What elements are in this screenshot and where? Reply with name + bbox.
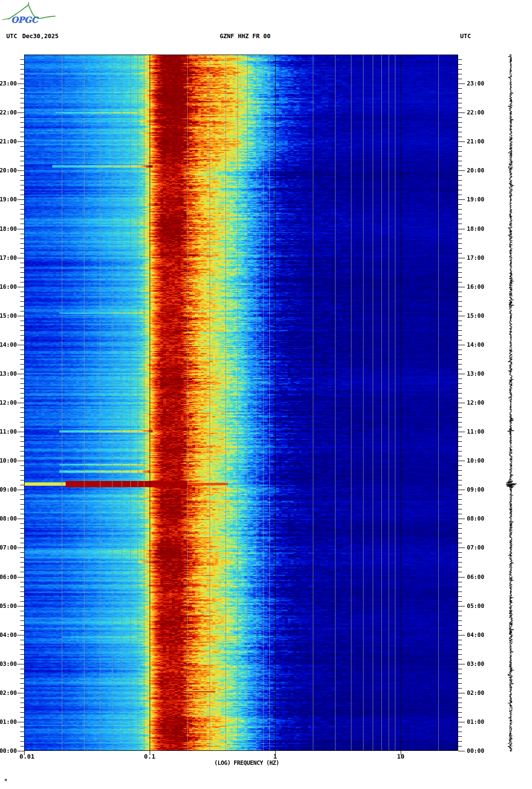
- hour-label-left: 18:00: [0, 226, 17, 232]
- hour-label-left: 17:00: [0, 255, 17, 261]
- hour-label-right: 07:00: [467, 545, 484, 551]
- hour-label-left: 03:00: [0, 661, 17, 667]
- opgc-logo: OPGC: [2, 2, 61, 28]
- hour-label-right: 20:00: [467, 168, 484, 174]
- hour-label-right: 06:00: [467, 574, 484, 580]
- hour-label-left: 16:00: [0, 284, 17, 290]
- hour-label-left: 04:00: [0, 632, 17, 638]
- hour-label-right: 03:00: [467, 661, 484, 667]
- hour-label-right: 00:00: [467, 748, 484, 754]
- hour-label-left: 02:00: [0, 690, 17, 696]
- freq-axis-title: (LOG) FREQUENCY (HZ): [203, 760, 290, 766]
- hour-label-left: 22:00: [0, 110, 17, 116]
- hour-label-right: 18:00: [467, 226, 484, 232]
- footer-mark: M: [5, 778, 7, 782]
- hour-label-right: 13:00: [467, 371, 484, 377]
- hour-label-right: 10:00: [467, 458, 484, 464]
- spectrogram-canvas: [24, 55, 458, 751]
- hour-label-left: 05:00: [0, 603, 17, 609]
- hour-label-left: 07:00: [0, 545, 17, 551]
- freq-tick-label: 1: [258, 753, 292, 760]
- hour-label-left: 12:00: [0, 400, 17, 406]
- header-utc-left-label: UTC: [6, 32, 17, 40]
- hour-label-left: 01:00: [0, 719, 17, 725]
- hour-label-left: 08:00: [0, 516, 17, 522]
- hour-label-left: 11:00: [0, 429, 17, 435]
- hour-label-right: 01:00: [467, 719, 484, 725]
- header-utc-right-label: UTC: [460, 32, 471, 40]
- hour-label-left: 21:00: [0, 139, 17, 145]
- header-date: Dec30,2025: [22, 32, 58, 40]
- hour-label-right: 15:00: [467, 313, 484, 319]
- station-title: GZNF HHZ FR 00: [220, 32, 270, 40]
- hour-label-right: 14:00: [467, 342, 484, 348]
- freq-tick-label: 10: [384, 753, 418, 760]
- hour-label-right: 08:00: [467, 516, 484, 522]
- hour-label-left: 06:00: [0, 574, 17, 580]
- hour-label-right: 05:00: [467, 603, 484, 609]
- spectrogram-page: { "header": { "logo_text": "OPGC", "utc_…: [0, 0, 532, 789]
- hour-label-left: 19:00: [0, 197, 17, 203]
- hour-label-right: 19:00: [467, 197, 484, 203]
- seismogram-trace: [498, 53, 523, 754]
- hour-label-left: 15:00: [0, 313, 17, 319]
- hour-label-left: 13:00: [0, 371, 17, 377]
- hour-label-right: 02:00: [467, 690, 484, 696]
- hour-label-left: 20:00: [0, 168, 17, 174]
- hour-label-right: 17:00: [467, 255, 484, 261]
- hour-label-right: 04:00: [467, 632, 484, 638]
- hour-label-right: 09:00: [467, 487, 484, 493]
- logo-dash-icon: [2, 19, 8, 20]
- hour-label-right: 12:00: [467, 400, 484, 406]
- hour-label-right: 11:00: [467, 429, 484, 435]
- logo-text: OPGC: [11, 15, 39, 25]
- hour-label-left: 09:00: [0, 487, 17, 493]
- hour-label-left: 23:00: [0, 81, 17, 87]
- hour-label-left: 10:00: [0, 458, 17, 464]
- hour-label-right: 16:00: [467, 284, 484, 290]
- hour-label-right: 23:00: [467, 81, 484, 87]
- freq-tick-label: 0.1: [133, 753, 167, 760]
- hour-label-right: 21:00: [467, 139, 484, 145]
- freq-tick-label: 0.01: [10, 753, 44, 760]
- hour-label-right: 22:00: [467, 110, 484, 116]
- hour-label-left: 14:00: [0, 342, 17, 348]
